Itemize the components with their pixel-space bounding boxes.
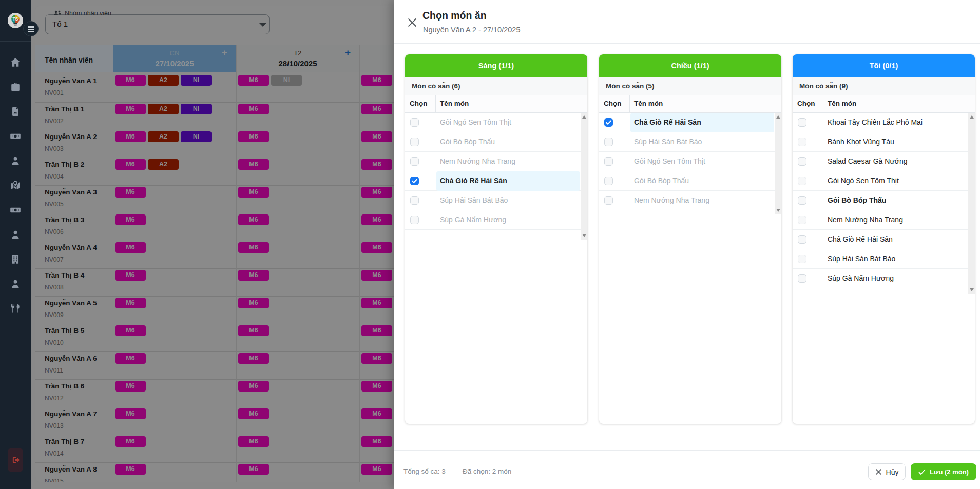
svg-text:TS: TS xyxy=(13,16,18,22)
